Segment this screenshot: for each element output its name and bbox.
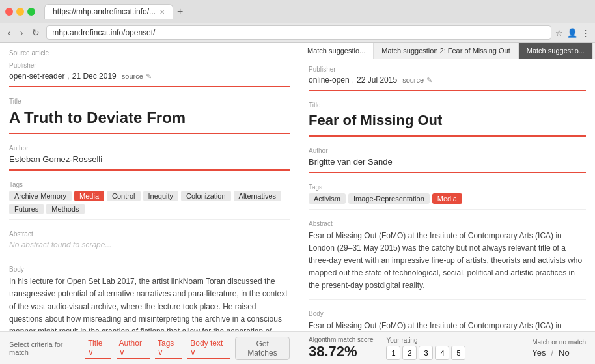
tag-item[interactable]: Activism	[309, 193, 346, 204]
address-input[interactable]	[46, 25, 551, 40]
publisher-date-right: 22 Jul 2015	[357, 76, 397, 85]
criteria-title[interactable]: Title ∨	[85, 337, 111, 359]
publisher-label-left: Publisher	[9, 62, 290, 69]
tag-item[interactable]: Futures	[9, 204, 44, 214]
tab-match-3[interactable]: Match suggestio...	[519, 43, 593, 59]
publisher-source-link-left[interactable]: source	[122, 72, 143, 80]
source-article-label: Source article	[9, 49, 290, 57]
algorithm-score-section: Algorithm match score 38.72%	[309, 336, 373, 360]
menu-icon[interactable]: ⋮	[581, 28, 590, 38]
app-wrapper: https://mhp.andrefincat.info/... ✕ + ‹ ›…	[0, 0, 595, 364]
bookmark-icon[interactable]: ☆	[555, 28, 563, 38]
separator: /	[551, 348, 553, 357]
rating-button-2[interactable]: 2	[402, 346, 417, 360]
tags-label-left: Tags	[9, 181, 290, 188]
tag-item[interactable]: Inequity	[143, 191, 179, 201]
abstract-paragraph: Fear of Missing Out (FoMO) at the Instit…	[309, 230, 586, 292]
tag-item[interactable]: Archive-Memory	[9, 191, 72, 201]
minimize-button[interactable]	[16, 8, 24, 16]
publisher-source-link-right[interactable]: source	[402, 76, 424, 84]
yes-no-buttons: Yes / No	[532, 348, 586, 357]
abstract-section-right: Abstract Fear of Missing Out (FoMO) at t…	[309, 209, 586, 292]
tags-container-right: ActivismImage-RepresentationMedia	[309, 193, 586, 204]
tag-item[interactable]: Media	[74, 191, 104, 201]
get-matches-button[interactable]: Get Matches	[235, 337, 290, 360]
body-label-right: Body	[309, 310, 586, 317]
publisher-name-left: open-set-reader	[9, 72, 64, 81]
profile-icon[interactable]: 👤	[567, 28, 577, 38]
abstract-section-left: Abstract No abstract found to scrape...	[9, 219, 290, 249]
publisher-comma: ,	[67, 72, 69, 81]
body-paragraph: In his lecture for Open Set Lab 2017, th…	[9, 275, 290, 331]
browser-tab[interactable]: https://mhp.andrefincat.info/... ✕	[44, 4, 173, 19]
tag-item[interactable]: Methods	[46, 204, 84, 214]
tag-item[interactable]: Image-Representation	[348, 193, 430, 204]
browser-chrome: https://mhp.andrefincat.info/... ✕ + ‹ ›…	[0, 0, 595, 43]
criteria-body-text[interactable]: Body text ∨	[187, 337, 230, 359]
body-label-left: Body	[9, 266, 290, 273]
abstract-text-right: Fear of Missing Out (FoMO) at the Instit…	[309, 230, 586, 292]
publisher-comma-right: ,	[352, 76, 354, 85]
tag-item[interactable]: Colonization	[181, 191, 231, 201]
browser-icons: ☆ 👤 ⋮	[555, 28, 590, 38]
tag-item[interactable]: Control	[107, 191, 140, 201]
bottom-row: Select criteria for match Title ∨ Author…	[0, 331, 595, 364]
criteria-label: Select criteria for match	[9, 341, 77, 356]
tag-item[interactable]: Alternatives	[234, 191, 281, 201]
traffic-lights	[5, 8, 35, 16]
new-tab-button[interactable]: +	[177, 6, 183, 18]
author-name-right: Brigitte van der Sande	[309, 157, 586, 167]
publisher-label-right: Publisher	[309, 66, 586, 73]
abstract-label-left: Abstract	[9, 231, 290, 238]
title-section-right: Title Fear of Missing Out	[309, 90, 586, 130]
author-section-left: Author Esteban Gomez-Rosselli	[9, 133, 290, 164]
body-text-left: In his lecture for Open Set Lab 2017, th…	[9, 275, 290, 331]
edit-icon-right[interactable]: ✎	[426, 76, 432, 85]
tab-match-1[interactable]: Match suggestio...	[299, 43, 374, 59]
no-button[interactable]: No	[559, 348, 570, 357]
right-bottom: Algorithm match score 38.72% Your rating…	[299, 331, 595, 364]
back-button[interactable]: ‹	[5, 26, 14, 39]
right-scrollable: Publisher online-open , 22 Jul 2015 sour…	[299, 59, 595, 331]
rating-button-1[interactable]: 1	[386, 346, 400, 360]
left-panel: Source article Publisher open-set-reader…	[0, 43, 299, 331]
tab-bar: https://mhp.andrefincat.info/... ✕ +	[39, 4, 188, 19]
match-no-match-section: Match or no match Yes / No	[532, 339, 586, 357]
rating-buttons: 12345	[386, 346, 465, 360]
rating-button-3[interactable]: 3	[419, 346, 433, 360]
left-scrollable: Source article Publisher open-set-reader…	[0, 43, 299, 331]
yes-button[interactable]: Yes	[532, 348, 546, 357]
criteria-author[interactable]: Author ∨	[117, 337, 150, 359]
abstract-label-right: Abstract	[309, 220, 586, 227]
publisher-date-left: 21 Dec 2019	[72, 72, 117, 81]
tags-container-left: Archive-MemoryMediaControlInequityColoni…	[9, 191, 290, 214]
refresh-button[interactable]: ↻	[29, 26, 42, 39]
rating-section: Your rating 12345	[386, 337, 465, 360]
rating-button-5[interactable]: 5	[451, 346, 465, 360]
browser-titlebar: https://mhp.andrefincat.info/... ✕ +	[0, 0, 595, 23]
body-text-right: Fear of Missing Out (FoMO) at the Instit…	[309, 320, 586, 331]
address-bar: ‹ › ↻ ☆ 👤 ⋮	[0, 23, 595, 42]
body-section-right: Body Fear of Missing Out (FoMO) at the I…	[309, 299, 586, 331]
body-paragraph: Fear of Missing Out (FoMO) at the Instit…	[309, 320, 586, 331]
tags-section-right: Tags ActivismImage-RepresentationMedia	[309, 172, 586, 204]
maximize-button[interactable]	[27, 8, 35, 16]
match-label: Match or no match	[532, 339, 586, 346]
article-title-right: Fear of Missing Out	[309, 111, 586, 130]
author-name-left: Esteban Gomez-Rosselli	[9, 154, 290, 164]
abstract-placeholder-left: No abstract found to scrape...	[9, 240, 290, 249]
title-label-right: Title	[309, 102, 586, 109]
title-section-left: Title A Truth to Deviate From	[9, 86, 290, 128]
criteria-tags[interactable]: Tags ∨	[155, 337, 182, 359]
tag-item[interactable]: Media	[432, 193, 462, 204]
left-bottom: Select criteria for match Title ∨ Author…	[0, 331, 299, 364]
forward-button[interactable]: ›	[18, 26, 26, 39]
tab-match-2[interactable]: Match suggestion 2: Fear of Missing Out	[374, 43, 518, 59]
edit-icon-left[interactable]: ✎	[146, 72, 152, 81]
tab-close-icon[interactable]: ✕	[159, 8, 165, 16]
title-label-left: Title	[9, 98, 290, 105]
rating-button-4[interactable]: 4	[435, 346, 449, 360]
tags-label-right: Tags	[309, 184, 586, 191]
tags-section-left: Tags Archive-MemoryMediaControlInequityC…	[9, 169, 290, 214]
close-button[interactable]	[5, 8, 13, 16]
